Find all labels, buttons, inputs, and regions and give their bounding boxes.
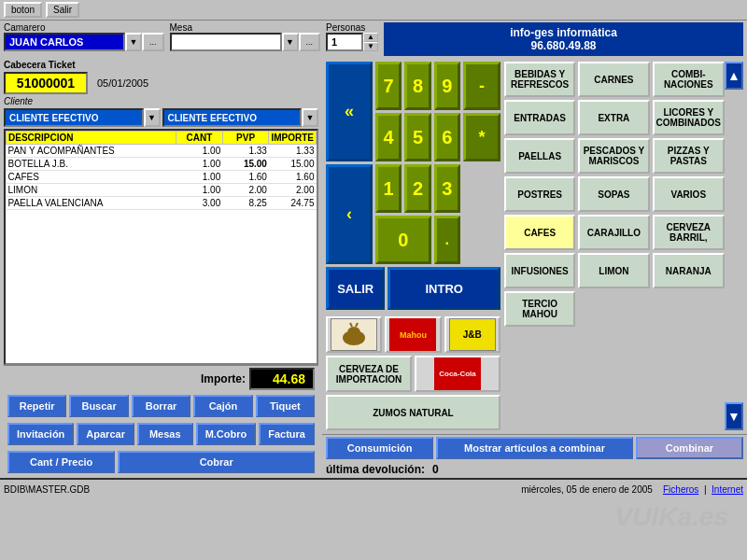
importe-bar: Importe: 44.68 xyxy=(4,365,318,392)
personas-down[interactable]: ▼ xyxy=(363,42,378,51)
key-dot[interactable]: . xyxy=(434,216,460,264)
cat-pizzas[interactable]: PIZZAS Y PASTAS xyxy=(653,138,725,174)
cliente-dropdown1[interactable]: ▼ xyxy=(144,108,161,127)
logo-mahou-button[interactable]: Mahou xyxy=(385,316,441,353)
key-6[interactable]: 6 xyxy=(434,113,460,161)
key-mult[interactable]: * xyxy=(463,113,500,161)
cobrar-button[interactable]: Cobrar xyxy=(118,451,315,473)
cat-paellas[interactable]: PAELLAS xyxy=(504,138,575,174)
jb-logo: J&B xyxy=(449,318,496,351)
key-8[interactable]: 8 xyxy=(404,62,430,110)
cat-postres[interactable]: POSTRES xyxy=(504,176,575,212)
svg-line-2 xyxy=(350,323,352,327)
camarero-extra-btn[interactable]: ... xyxy=(142,33,164,51)
borrar-button[interactable]: Borrar xyxy=(132,395,190,417)
mesa-group: Mesa ▼ ... xyxy=(170,22,321,51)
order-table: DESCRIPCION CANT PVP IMPORTE PAN Y ACOMP… xyxy=(4,129,318,365)
buscar-button[interactable]: Buscar xyxy=(69,395,128,417)
aparcar-button[interactable]: Aparcar xyxy=(77,423,134,445)
camarero-value: JUAN CARLOS xyxy=(4,33,125,51)
mesas-button[interactable]: Mesas xyxy=(137,423,193,445)
mcobro-button[interactable]: M.Cobro xyxy=(196,423,257,445)
mesa-value xyxy=(170,33,282,51)
logo-jb-button[interactable]: J&B xyxy=(444,316,500,353)
key-7[interactable]: 7 xyxy=(375,62,402,110)
key-2[interactable]: 2 xyxy=(404,164,430,213)
importe-value: 44.68 xyxy=(249,368,315,390)
key-5[interactable]: 5 xyxy=(404,113,430,161)
right-content: « ‹ 7 8 9 4 5 6 1 2 3 xyxy=(322,58,747,434)
cat-section: BEBIDAS Y REFRESCOS CARNES COMBI-NACIONE… xyxy=(504,58,747,434)
logo-horse-button[interactable] xyxy=(326,316,382,353)
info-line2: 96.680.49.88 xyxy=(391,39,736,52)
mostrar-button[interactable]: Mostrar artículos a combinar xyxy=(436,437,633,459)
cat-limon[interactable]: LIMON xyxy=(578,253,649,288)
salir-button[interactable]: Salir xyxy=(46,2,79,18)
intro-button[interactable]: INTRO xyxy=(388,267,500,310)
cat-licores[interactable]: LICORES Y COMBINADOS xyxy=(653,100,725,135)
header-area: Camarero JUAN CARLOS ▼ ... Mesa ▼ ... Pe… xyxy=(0,21,747,58)
key-0[interactable]: 0 xyxy=(375,216,431,264)
personas-up[interactable]: ▲ xyxy=(363,33,378,42)
cat-cafes[interactable]: CAFES xyxy=(504,215,575,250)
status-left: BDIB\MASTER.GDB xyxy=(4,484,90,495)
nav-up-button[interactable]: « xyxy=(326,62,373,161)
cat-infusiones[interactable]: INFUSIONES xyxy=(504,253,575,288)
key-9[interactable]: 9 xyxy=(434,62,460,110)
cat-carajillo[interactable]: CARAJILLO xyxy=(578,215,649,250)
ticket-header: 51000001 05/01/2005 xyxy=(4,72,318,94)
cat-bebidas[interactable]: BEBIDAS Y REFRESCOS xyxy=(504,62,575,97)
cat-combinaciones[interactable]: COMBI-NACIONES xyxy=(653,62,725,97)
cat-cerveza-barril[interactable]: CERVEZA BARRIL, xyxy=(653,215,725,250)
mesa-extra-btn[interactable]: ... xyxy=(299,33,321,51)
camarero-dropdown[interactable]: ▼ xyxy=(125,33,142,51)
cat-pescados[interactable]: PESCADOS Y MARISCOS xyxy=(578,138,649,174)
operator-btns: - * xyxy=(463,62,500,264)
col-importe: IMPORTE xyxy=(269,132,317,145)
svg-point-1 xyxy=(347,327,360,338)
cat-extra[interactable]: EXTRA xyxy=(578,100,649,135)
cajon-button[interactable]: Cajón xyxy=(193,395,252,417)
col-pvp: PVP xyxy=(222,132,269,145)
boton-button[interactable]: boton xyxy=(4,2,42,18)
btn-row-1: Repetir Buscar Borrar Cajón Tiquet xyxy=(4,392,318,420)
key-3[interactable]: 3 xyxy=(434,164,460,213)
nav-arrows: ▲ ▼ xyxy=(725,62,745,430)
key-minus[interactable]: - xyxy=(463,62,500,110)
scroll-up-button[interactable]: ▲ xyxy=(725,62,743,90)
mesa-dropdown[interactable]: ▼ xyxy=(282,33,299,51)
cliente-select1[interactable]: CLIENTE EFECTIVO xyxy=(4,108,144,127)
cat-tercio[interactable]: TERCIO MAHOU xyxy=(504,291,575,327)
cat-sopas[interactable]: SOPAS xyxy=(578,176,649,212)
table-row: PAELLA VALENCIANA 3.00 8.25 24.75 xyxy=(7,197,317,210)
repetir-button[interactable]: Repetir xyxy=(7,395,66,417)
row-pvp: 1.60 xyxy=(222,171,269,184)
cat-carnes[interactable]: CARNES xyxy=(578,62,649,97)
row-pvp: 8.25 xyxy=(222,197,269,210)
combinar-button[interactable]: Combinar xyxy=(636,437,743,459)
zumos-button[interactable]: ZUMOS NATURAL xyxy=(326,395,500,430)
cat-varios[interactable]: VARIOS xyxy=(653,176,725,212)
numpad-container: « ‹ 7 8 9 4 5 6 1 2 3 xyxy=(322,58,504,434)
tiquet-button[interactable]: Tiquet xyxy=(256,395,315,417)
key-4[interactable]: 4 xyxy=(375,113,402,161)
cant-precio-button[interactable]: Cant / Precio xyxy=(7,451,115,473)
cliente-select2[interactable]: CLIENTE EFECTIVO xyxy=(162,108,303,127)
cat-naranja[interactable]: NARANJA xyxy=(653,253,725,288)
personas-value: 1 xyxy=(326,33,363,51)
cliente-dropdown2[interactable]: ▼ xyxy=(302,108,318,127)
factura-button[interactable]: Factura xyxy=(259,423,315,445)
row-cant: 1.00 xyxy=(176,184,223,197)
scroll-down-button[interactable]: ▼ xyxy=(725,402,743,430)
cat-entradas[interactable]: ENTRADAS xyxy=(504,100,575,135)
row-desc: PAN Y ACOMPAÑANTES xyxy=(7,145,176,158)
numpad-grid: 7 8 9 4 5 6 1 2 3 0 . xyxy=(375,62,460,264)
consumicion-button[interactable]: Consumición xyxy=(326,437,433,459)
logo-coca-button[interactable]: Coca-Cola xyxy=(415,356,500,392)
key-1[interactable]: 1 xyxy=(375,164,402,213)
invitacion-button[interactable]: Invitación xyxy=(7,423,74,445)
personas-spin[interactable]: ▲ ▼ xyxy=(363,33,378,51)
nav-left-button[interactable]: ‹ xyxy=(326,164,373,264)
cerveza-importacion-button[interactable]: CERVEZA DE IMPORTACION xyxy=(326,356,412,392)
salir-button-pad[interactable]: SALIR xyxy=(326,267,385,310)
